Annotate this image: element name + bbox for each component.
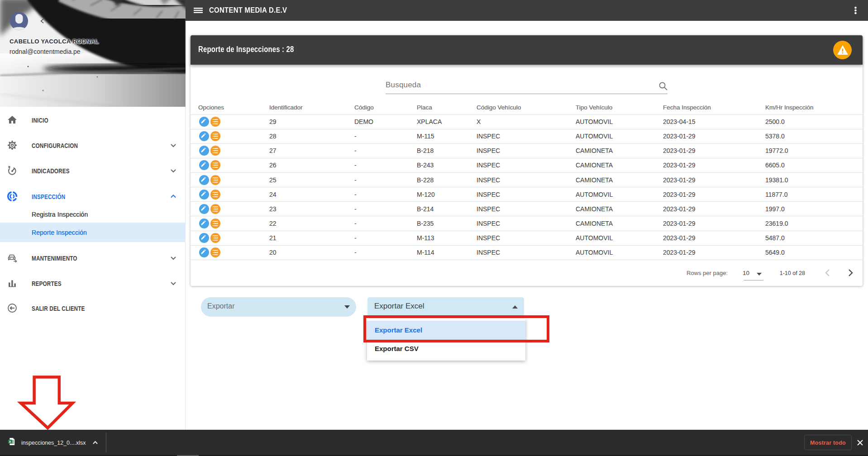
svg-text:X: X — [9, 440, 12, 444]
